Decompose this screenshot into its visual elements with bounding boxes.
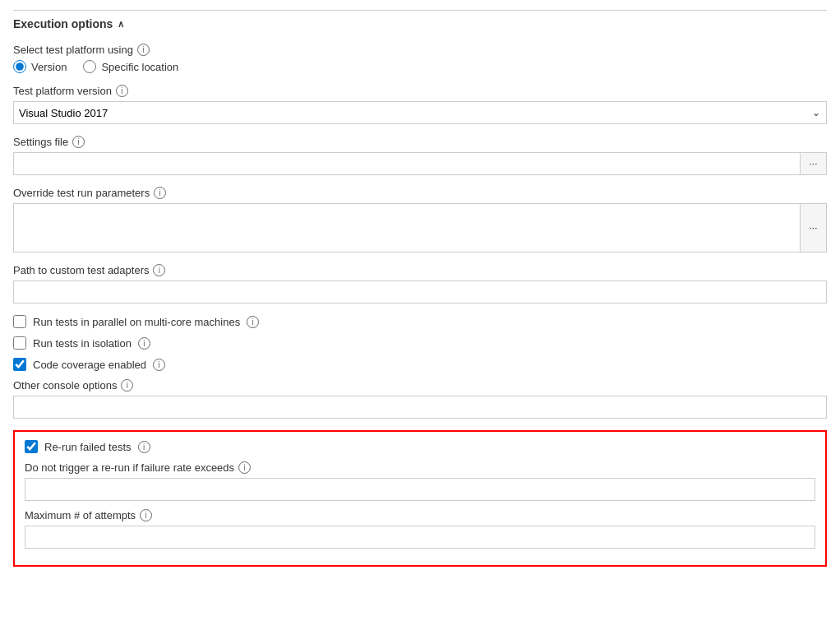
parallel-checkbox-row: Run tests in parallel on multi-core mach… — [13, 315, 827, 328]
test-platform-version-select[interactable]: Visual Studio 2017 Visual Studio 2019 Vi… — [13, 101, 827, 124]
test-platform-version-select-wrapper: Visual Studio 2017 Visual Studio 2019 Vi… — [13, 101, 827, 124]
override-params-label: Override test run parameters i — [13, 187, 827, 199]
other-console-label-text: Other console options — [13, 379, 117, 392]
parallel-checkbox-label: Run tests in parallel on multi-core mach… — [33, 316, 240, 328]
execution-options-title: Execution options — [13, 17, 113, 30]
coverage-info-icon[interactable]: i — [153, 359, 165, 371]
platform-field-group: Select test platform using i Version Spe… — [13, 44, 827, 73]
settings-file-label-text: Settings file — [13, 136, 68, 148]
version-radio-option[interactable]: Version — [13, 60, 67, 73]
rerun-section: Re-run failed tests i Do not trigger a r… — [13, 430, 827, 567]
custom-adapters-input[interactable] — [13, 280, 827, 304]
override-params-group: Override test run parameters i ··· — [13, 187, 827, 253]
isolation-info-icon[interactable]: i — [138, 337, 150, 350]
test-platform-version-label: Test platform version i — [13, 85, 827, 97]
coverage-checkbox[interactable] — [13, 358, 26, 371]
other-console-group: Other console options i /InIsolation — [13, 379, 827, 419]
custom-adapters-label-text: Path to custom test adapters — [13, 264, 149, 276]
rerun-failed-label: Re-run failed tests — [44, 441, 132, 453]
custom-adapters-group: Path to custom test adapters i — [13, 264, 827, 304]
other-console-label: Other console options i — [13, 379, 827, 392]
isolation-checkbox[interactable] — [13, 336, 26, 350]
failure-rate-label: Do not trigger a re-run if failure rate … — [25, 461, 815, 474]
specific-location-radio-input[interactable] — [83, 60, 96, 73]
failure-rate-label-text: Do not trigger a re-run if failure rate … — [25, 461, 234, 474]
override-params-input-wrapper: ··· — [13, 203, 827, 253]
other-console-info-icon[interactable]: i — [121, 379, 133, 392]
rerun-failed-checkbox-row: Re-run failed tests i — [25, 440, 815, 453]
settings-file-input-wrapper: ··· — [13, 152, 827, 175]
other-console-input[interactable]: /InIsolation — [13, 396, 827, 419]
settings-file-browse-button[interactable]: ··· — [801, 152, 827, 175]
failure-rate-input[interactable]: 80 — [25, 478, 815, 501]
specific-location-radio-label: Specific location — [101, 61, 178, 73]
version-radio-input[interactable] — [13, 60, 26, 73]
custom-adapters-label: Path to custom test adapters i — [13, 264, 827, 276]
settings-file-group: Settings file i ··· — [13, 136, 827, 175]
settings-file-info-icon[interactable]: i — [72, 136, 85, 148]
version-radio-label: Version — [31, 61, 67, 73]
test-platform-version-info-icon[interactable]: i — [116, 85, 128, 97]
execution-options-header[interactable]: Execution options ∧ — [13, 10, 827, 30]
override-params-label-text: Override test run parameters — [13, 187, 150, 199]
platform-info-icon[interactable]: i — [137, 44, 150, 56]
max-attempts-info-icon[interactable]: i — [140, 509, 152, 521]
max-attempts-group: Maximum # of attempts i 3 — [25, 509, 815, 549]
coverage-checkbox-row: Code coverage enabled i — [13, 358, 827, 371]
failure-rate-group: Do not trigger a re-run if failure rate … — [25, 461, 815, 501]
platform-radio-group: Version Specific location — [13, 60, 827, 73]
parallel-info-icon[interactable]: i — [247, 316, 259, 328]
failure-rate-info-icon[interactable]: i — [238, 461, 251, 474]
parallel-checkbox[interactable] — [13, 315, 26, 328]
override-params-browse-button[interactable]: ··· — [801, 203, 827, 253]
platform-label-text: Select test platform using — [13, 44, 133, 56]
coverage-checkbox-label: Code coverage enabled — [33, 359, 146, 371]
settings-file-input[interactable] — [13, 152, 801, 175]
custom-adapters-info-icon[interactable]: i — [153, 264, 165, 276]
specific-location-radio-option[interactable]: Specific location — [83, 60, 178, 73]
override-params-textarea[interactable] — [13, 203, 801, 253]
rerun-failed-checkbox[interactable] — [25, 440, 38, 453]
isolation-checkbox-row: Run tests in isolation i — [13, 336, 827, 350]
isolation-checkbox-label: Run tests in isolation — [33, 337, 132, 350]
collapse-chevron: ∧ — [118, 19, 124, 30]
test-platform-version-label-text: Test platform version — [13, 85, 112, 97]
settings-file-label: Settings file i — [13, 136, 827, 148]
max-attempts-input[interactable]: 3 — [25, 526, 815, 549]
rerun-failed-info-icon[interactable]: i — [138, 441, 150, 453]
max-attempts-label: Maximum # of attempts i — [25, 509, 815, 521]
platform-label: Select test platform using i — [13, 44, 827, 56]
max-attempts-label-text: Maximum # of attempts — [25, 509, 136, 521]
override-params-info-icon[interactable]: i — [154, 187, 166, 199]
test-platform-version-group: Test platform version i Visual Studio 20… — [13, 85, 827, 124]
